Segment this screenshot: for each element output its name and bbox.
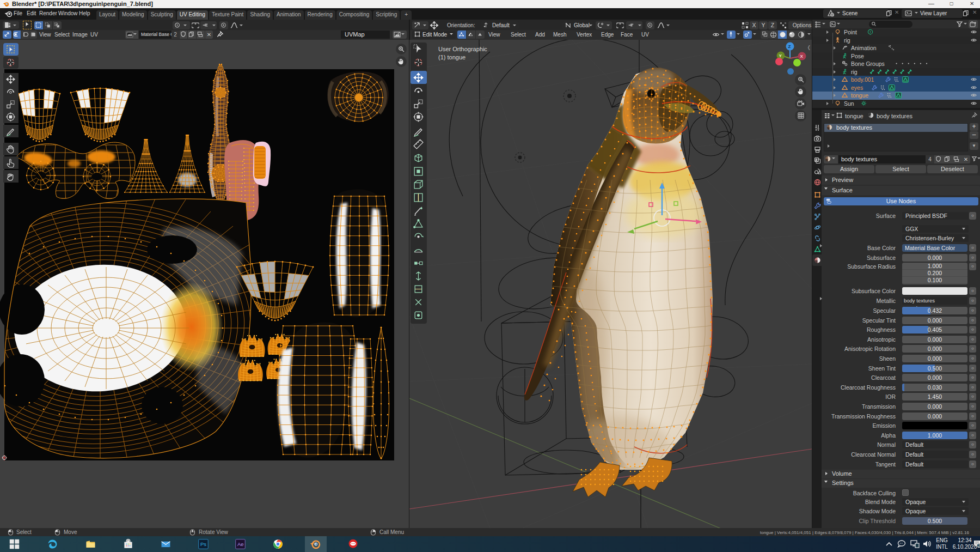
svg-text:2: 2 [978, 544, 980, 548]
svg-text:Y: Y [779, 53, 782, 58]
svg-text:Z: Z [788, 44, 791, 49]
svg-text:Ae: Ae [237, 541, 244, 547]
svg-text:X: X [800, 54, 804, 59]
svg-text:Ps: Ps [200, 541, 206, 547]
